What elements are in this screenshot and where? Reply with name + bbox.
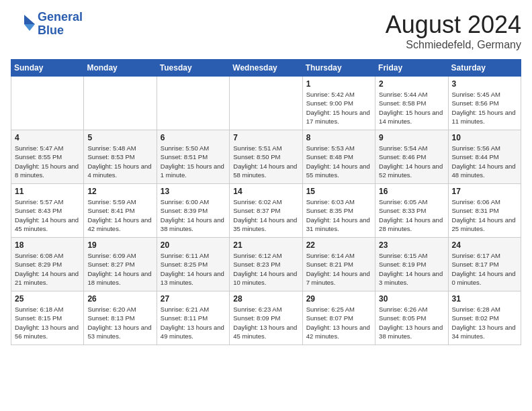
- day-number: 19: [87, 240, 152, 250]
- cell-info: Sunrise: 5:48 AM Sunset: 8:53 PM Dayligh…: [87, 144, 152, 179]
- calendar-cell: 1Sunrise: 5:42 AM Sunset: 9:00 PM Daylig…: [302, 77, 375, 130]
- day-number: 17: [452, 187, 517, 196]
- calendar-cell: 25Sunrise: 6:18 AM Sunset: 8:15 PM Dayli…: [11, 291, 84, 345]
- calendar-week-row: 1Sunrise: 5:42 AM Sunset: 9:00 PM Daylig…: [11, 77, 521, 130]
- day-number: 15: [306, 187, 371, 196]
- cell-info: Sunrise: 5:50 AM Sunset: 8:51 PM Dayligh…: [161, 144, 226, 179]
- calendar-table: SundayMondayTuesdayWednesdayThursdayFrid…: [11, 59, 521, 345]
- day-number: 29: [306, 294, 371, 304]
- cell-info: Sunrise: 5:47 AM Sunset: 8:55 PM Dayligh…: [15, 144, 80, 179]
- calendar-cell: 4Sunrise: 5:47 AM Sunset: 8:55 PM Daylig…: [11, 130, 84, 184]
- day-number: 12: [87, 187, 152, 196]
- cell-info: Sunrise: 6:08 AM Sunset: 8:29 PM Dayligh…: [15, 251, 80, 287]
- title-block: August 2024 Schmiedefeld, Germany: [386, 11, 521, 51]
- day-number: 1: [306, 79, 371, 89]
- cell-info: Sunrise: 5:45 AM Sunset: 8:56 PM Dayligh…: [452, 90, 517, 126]
- month-year: August 2024: [386, 11, 521, 39]
- calendar-cell: 9Sunrise: 5:54 AM Sunset: 8:46 PM Daylig…: [375, 130, 448, 184]
- day-number: 3: [452, 79, 517, 89]
- cell-info: Sunrise: 6:26 AM Sunset: 8:05 PM Dayligh…: [379, 305, 444, 340]
- calendar-cell: 21Sunrise: 6:12 AM Sunset: 8:23 PM Dayli…: [230, 238, 302, 291]
- weekday-header-sunday: Sunday: [11, 60, 84, 77]
- day-number: 13: [161, 187, 226, 196]
- calendar-cell: 3Sunrise: 5:45 AM Sunset: 8:56 PM Daylig…: [448, 77, 521, 130]
- cell-info: Sunrise: 5:53 AM Sunset: 8:48 PM Dayligh…: [306, 144, 371, 179]
- logo-icon: [11, 12, 35, 36]
- calendar-cell: 2Sunrise: 5:44 AM Sunset: 8:58 PM Daylig…: [375, 77, 448, 130]
- calendar-cell: 29Sunrise: 6:25 AM Sunset: 8:07 PM Dayli…: [302, 291, 375, 345]
- cell-info: Sunrise: 6:02 AM Sunset: 8:37 PM Dayligh…: [233, 197, 298, 233]
- page-header: General Blue August 2024 Schmiedefeld, G…: [11, 11, 521, 51]
- day-number: 7: [233, 133, 298, 142]
- weekday-header-tuesday: Tuesday: [157, 60, 229, 77]
- day-number: 5: [87, 133, 152, 142]
- cell-info: Sunrise: 5:54 AM Sunset: 8:46 PM Dayligh…: [379, 144, 444, 179]
- weekday-header-thursday: Thursday: [302, 60, 375, 77]
- cell-info: Sunrise: 6:05 AM Sunset: 8:33 PM Dayligh…: [379, 197, 444, 233]
- weekday-header-friday: Friday: [375, 60, 448, 77]
- day-number: 23: [379, 240, 444, 250]
- day-number: 25: [15, 294, 80, 304]
- calendar-cell: 28Sunrise: 6:23 AM Sunset: 8:09 PM Dayli…: [230, 291, 302, 345]
- cell-info: Sunrise: 6:14 AM Sunset: 8:21 PM Dayligh…: [306, 251, 371, 287]
- calendar-cell: 23Sunrise: 6:15 AM Sunset: 8:19 PM Dayli…: [375, 238, 448, 291]
- calendar-cell: 10Sunrise: 5:56 AM Sunset: 8:44 PM Dayli…: [448, 130, 521, 184]
- cell-info: Sunrise: 6:25 AM Sunset: 8:07 PM Dayligh…: [306, 305, 371, 340]
- calendar-week-row: 18Sunrise: 6:08 AM Sunset: 8:29 PM Dayli…: [11, 238, 521, 291]
- cell-info: Sunrise: 6:15 AM Sunset: 8:19 PM Dayligh…: [379, 251, 444, 287]
- calendar-cell: 18Sunrise: 6:08 AM Sunset: 8:29 PM Dayli…: [11, 238, 84, 291]
- calendar-cell: 17Sunrise: 6:06 AM Sunset: 8:31 PM Dayli…: [448, 184, 521, 238]
- cell-info: Sunrise: 6:11 AM Sunset: 8:25 PM Dayligh…: [161, 251, 226, 287]
- weekday-header-wednesday: Wednesday: [230, 60, 302, 77]
- day-number: 26: [87, 294, 152, 304]
- day-number: 22: [306, 240, 371, 250]
- day-number: 4: [15, 133, 80, 142]
- calendar-week-row: 4Sunrise: 5:47 AM Sunset: 8:55 PM Daylig…: [11, 130, 521, 184]
- svg-marker-1: [24, 24, 35, 31]
- cell-info: Sunrise: 6:09 AM Sunset: 8:27 PM Dayligh…: [87, 251, 152, 287]
- calendar-cell: 22Sunrise: 6:14 AM Sunset: 8:21 PM Dayli…: [302, 238, 375, 291]
- day-number: 30: [379, 294, 444, 304]
- cell-info: Sunrise: 5:56 AM Sunset: 8:44 PM Dayligh…: [452, 144, 517, 179]
- svg-marker-0: [24, 15, 35, 24]
- cell-info: Sunrise: 5:59 AM Sunset: 8:41 PM Dayligh…: [87, 197, 152, 233]
- calendar-cell: 16Sunrise: 6:05 AM Sunset: 8:33 PM Dayli…: [375, 184, 448, 238]
- cell-info: Sunrise: 6:03 AM Sunset: 8:35 PM Dayligh…: [306, 197, 371, 233]
- day-number: 20: [161, 240, 226, 250]
- logo-line2: Blue: [38, 24, 83, 38]
- calendar-cell: 31Sunrise: 6:28 AM Sunset: 8:02 PM Dayli…: [448, 291, 521, 345]
- day-number: 2: [379, 79, 444, 89]
- cell-info: Sunrise: 6:28 AM Sunset: 8:02 PM Dayligh…: [452, 305, 517, 340]
- calendar-cell: [230, 77, 302, 130]
- day-number: 6: [161, 133, 226, 142]
- calendar-cell: 27Sunrise: 6:21 AM Sunset: 8:11 PM Dayli…: [157, 291, 229, 345]
- cell-info: Sunrise: 5:51 AM Sunset: 8:50 PM Dayligh…: [233, 144, 298, 179]
- day-number: 16: [379, 187, 444, 196]
- cell-info: Sunrise: 6:18 AM Sunset: 8:15 PM Dayligh…: [15, 305, 80, 340]
- cell-info: Sunrise: 5:44 AM Sunset: 8:58 PM Dayligh…: [379, 90, 444, 126]
- calendar-cell: [11, 77, 84, 130]
- calendar-week-row: 25Sunrise: 6:18 AM Sunset: 8:15 PM Dayli…: [11, 291, 521, 345]
- calendar-cell: 26Sunrise: 6:20 AM Sunset: 8:13 PM Dayli…: [84, 291, 157, 345]
- day-number: 18: [15, 240, 80, 250]
- calendar-week-row: 11Sunrise: 5:57 AM Sunset: 8:43 PM Dayli…: [11, 184, 521, 238]
- day-number: 21: [233, 240, 298, 250]
- calendar-cell: 7Sunrise: 5:51 AM Sunset: 8:50 PM Daylig…: [230, 130, 302, 184]
- calendar-header-row: SundayMondayTuesdayWednesdayThursdayFrid…: [11, 60, 521, 77]
- day-number: 9: [379, 133, 444, 142]
- calendar-cell: 30Sunrise: 6:26 AM Sunset: 8:05 PM Dayli…: [375, 291, 448, 345]
- calendar-cell: 12Sunrise: 5:59 AM Sunset: 8:41 PM Dayli…: [84, 184, 157, 238]
- day-number: 14: [233, 187, 298, 196]
- calendar-cell: [157, 77, 229, 130]
- calendar-cell: 5Sunrise: 5:48 AM Sunset: 8:53 PM Daylig…: [84, 130, 157, 184]
- calendar-cell: [84, 77, 157, 130]
- cell-info: Sunrise: 6:17 AM Sunset: 8:17 PM Dayligh…: [452, 251, 517, 287]
- cell-info: Sunrise: 6:21 AM Sunset: 8:11 PM Dayligh…: [161, 305, 226, 340]
- calendar-cell: 13Sunrise: 6:00 AM Sunset: 8:39 PM Dayli…: [157, 184, 229, 238]
- weekday-header-saturday: Saturday: [448, 60, 521, 77]
- day-number: 10: [452, 133, 517, 142]
- weekday-header-monday: Monday: [84, 60, 157, 77]
- logo-line1: General: [38, 11, 83, 24]
- cell-info: Sunrise: 6:00 AM Sunset: 8:39 PM Dayligh…: [161, 197, 226, 233]
- location: Schmiedefeld, Germany: [386, 39, 521, 51]
